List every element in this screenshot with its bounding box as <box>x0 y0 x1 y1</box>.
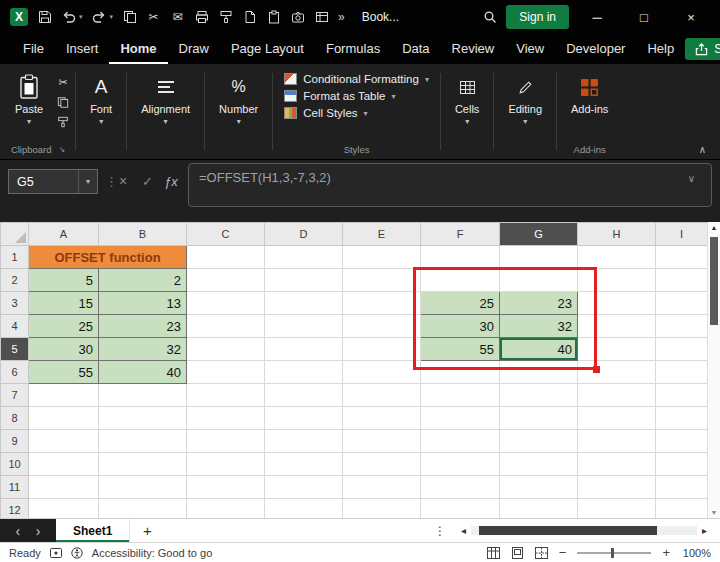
clipboard-icon[interactable] <box>266 10 281 25</box>
copy-icon[interactable] <box>122 10 137 25</box>
cell-D6[interactable] <box>265 361 343 384</box>
cell-I12[interactable] <box>656 499 708 519</box>
page-break-view-icon[interactable] <box>535 547 548 559</box>
cell-styles-button[interactable]: Cell Styles ▾ <box>284 107 429 119</box>
name-box-dropdown-icon[interactable]: ▾ <box>78 170 97 193</box>
select-all-button[interactable] <box>1 223 29 246</box>
cell-H11[interactable] <box>578 476 656 499</box>
cell-D9[interactable] <box>265 430 343 453</box>
cell-A1[interactable]: OFFSET function <box>29 246 187 269</box>
cell-B6[interactable]: 40 <box>99 361 187 384</box>
vertical-scrollbar[interactable]: ▲ ▼ <box>707 222 720 518</box>
cells-button[interactable]: Cells ▾ <box>444 64 490 126</box>
alignment-button[interactable]: Alignment ▾ <box>130 64 201 126</box>
cell-B8[interactable] <box>99 407 187 430</box>
zoom-out-button[interactable]: − <box>559 545 567 560</box>
cell-E1[interactable] <box>343 246 421 269</box>
cell-F4[interactable]: 30 <box>421 315 500 338</box>
cell-I5[interactable] <box>656 338 708 361</box>
share-button[interactable]: Share <box>685 38 720 60</box>
paste-button[interactable]: Paste ▾ <box>4 64 54 142</box>
sheet-options-icon[interactable]: ⋮ <box>424 519 456 542</box>
cell-B4[interactable]: 23 <box>99 315 187 338</box>
cell-F7[interactable] <box>421 384 500 407</box>
cell-H9[interactable] <box>578 430 656 453</box>
cell-I11[interactable] <box>656 476 708 499</box>
cell-C2[interactable] <box>187 269 265 292</box>
cell-H12[interactable] <box>578 499 656 519</box>
cell-D4[interactable] <box>265 315 343 338</box>
column-header-A[interactable]: A <box>29 223 99 246</box>
cell-E11[interactable] <box>343 476 421 499</box>
cell-D12[interactable] <box>265 499 343 519</box>
scroll-down-icon[interactable]: ▼ <box>708 509 720 516</box>
cell-I9[interactable] <box>656 430 708 453</box>
cell-G6[interactable] <box>500 361 578 384</box>
cell-I7[interactable] <box>656 384 708 407</box>
cell-D1[interactable] <box>265 246 343 269</box>
menu-tab-review[interactable]: Review <box>441 34 506 64</box>
undo-button[interactable] <box>61 10 76 25</box>
row-header-12[interactable]: 12 <box>1 499 29 519</box>
cell-I1[interactable] <box>656 246 708 269</box>
sign-in-button[interactable]: Sign in <box>506 5 569 29</box>
menu-tab-developer[interactable]: Developer <box>555 34 636 64</box>
cell-A5[interactable]: 30 <box>29 338 99 361</box>
row-header-9[interactable]: 9 <box>1 430 29 453</box>
menu-tab-help[interactable]: Help <box>636 34 685 64</box>
cell-C8[interactable] <box>187 407 265 430</box>
cell-G9[interactable] <box>500 430 578 453</box>
formula-bar-collapse-icon[interactable]: ∨ <box>688 173 695 184</box>
cell-I3[interactable] <box>656 292 708 315</box>
print-icon[interactable] <box>194 10 209 25</box>
cell-E5[interactable] <box>343 338 421 361</box>
cell-I8[interactable] <box>656 407 708 430</box>
cell-A7[interactable] <box>29 384 99 407</box>
cell-F6[interactable] <box>421 361 500 384</box>
cell-D11[interactable] <box>265 476 343 499</box>
menu-tab-insert[interactable]: Insert <box>55 34 110 64</box>
page-layout-view-icon[interactable] <box>511 547 524 559</box>
cut-button[interactable]: ✂ <box>54 76 72 89</box>
column-header-I[interactable]: I <box>656 223 708 246</box>
confirm-entry-icon[interactable]: ✓ <box>142 174 153 189</box>
cell-C12[interactable] <box>187 499 265 519</box>
cell-D3[interactable] <box>265 292 343 315</box>
cell-F12[interactable] <box>421 499 500 519</box>
cell-D2[interactable] <box>265 269 343 292</box>
sheet-tab-sheet1[interactable]: Sheet1 <box>56 519 130 542</box>
cell-E6[interactable] <box>343 361 421 384</box>
cut-icon[interactable]: ✂ <box>146 10 161 25</box>
cell-F1[interactable] <box>421 246 500 269</box>
cell-C11[interactable] <box>187 476 265 499</box>
cell-D10[interactable] <box>265 453 343 476</box>
cell-I6[interactable] <box>656 361 708 384</box>
zoom-slider[interactable] <box>577 552 651 554</box>
new-sheet-button[interactable]: + <box>130 519 164 542</box>
cell-B5[interactable]: 32 <box>99 338 187 361</box>
close-button[interactable]: × <box>672 10 710 25</box>
column-header-D[interactable]: D <box>265 223 343 246</box>
cell-E2[interactable] <box>343 269 421 292</box>
row-header-2[interactable]: 2 <box>1 269 29 292</box>
zoom-slider-thumb[interactable] <box>611 548 614 558</box>
cell-H5[interactable] <box>578 338 656 361</box>
cell-C7[interactable] <box>187 384 265 407</box>
menu-tab-page-layout[interactable]: Page Layout <box>220 34 315 64</box>
cell-A12[interactable] <box>29 499 99 519</box>
cell-A9[interactable] <box>29 430 99 453</box>
cell-A11[interactable] <box>29 476 99 499</box>
cell-H1[interactable] <box>578 246 656 269</box>
cell-G11[interactable] <box>500 476 578 499</box>
minimize-button[interactable]: ─ <box>578 10 616 25</box>
cell-B2[interactable]: 2 <box>99 269 187 292</box>
cell-G1[interactable] <box>500 246 578 269</box>
cell-B10[interactable] <box>99 453 187 476</box>
cell-G8[interactable] <box>500 407 578 430</box>
cell-F3[interactable]: 25 <box>421 292 500 315</box>
cell-C4[interactable] <box>187 315 265 338</box>
cell-I4[interactable] <box>656 315 708 338</box>
formula-input[interactable]: =OFFSET(H1,3,-7,3,2) ∨ <box>188 163 712 207</box>
cell-B12[interactable] <box>99 499 187 519</box>
hscroll-right-icon[interactable]: ▸ <box>697 519 712 542</box>
